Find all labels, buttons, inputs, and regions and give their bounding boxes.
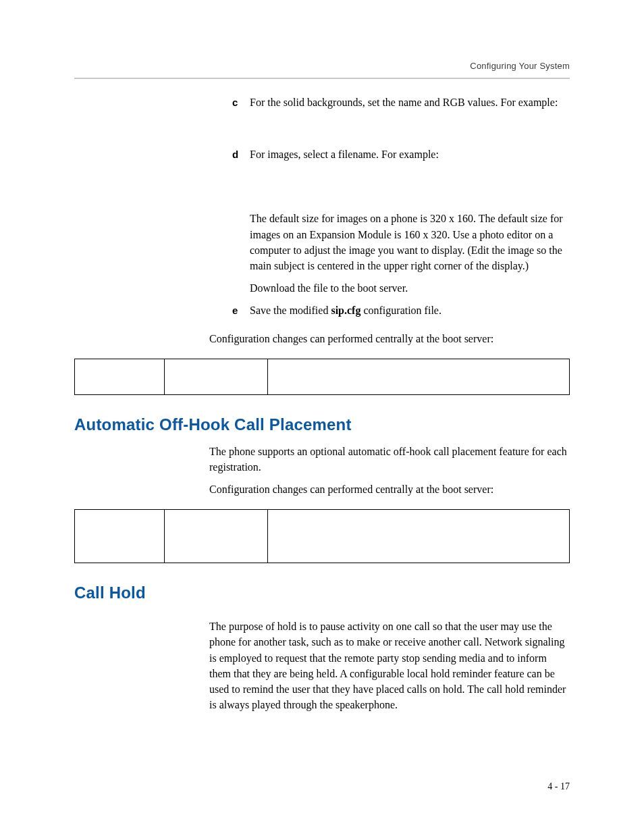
page: Configuring Your System c For the solid … <box>0 0 644 834</box>
content-area: c For the solid backgrounds, set the nam… <box>74 95 570 712</box>
config-table-2 <box>74 509 570 563</box>
section-title-callhold: Call Hold <box>74 583 570 602</box>
section-body-offhook: The phone supports an optional automatic… <box>209 444 570 475</box>
table-cell <box>165 359 268 394</box>
table-cell <box>268 510 570 563</box>
config-note-1: Configuration changes can performed cent… <box>209 331 570 346</box>
table-cell <box>75 359 165 394</box>
step-e-suffix: configuration file. <box>360 305 441 316</box>
step-text-c: For the solid backgrounds, set the name … <box>250 95 570 110</box>
step-d-detail-1: The default size for images on a phone i… <box>250 211 570 273</box>
table-cell <box>268 359 570 394</box>
step-e: e Save the modified sip.cfg configuratio… <box>74 303 570 318</box>
step-text-e: Save the modified sip.cfg configuration … <box>250 303 570 318</box>
table-cell <box>75 510 165 563</box>
section-title-offhook: Automatic Off-Hook Call Placement <box>74 415 570 434</box>
step-letter-d: d <box>232 147 250 162</box>
step-c: c For the solid backgrounds, set the nam… <box>74 95 570 110</box>
section-body-callhold: The purpose of hold is to pause activity… <box>209 619 570 712</box>
table-row <box>75 359 570 394</box>
step-e-bold: sip.cfg <box>331 305 360 316</box>
table-row <box>75 510 570 563</box>
table-cell <box>165 510 268 563</box>
running-header: Configuring Your System <box>470 61 570 71</box>
header-rule <box>74 78 570 79</box>
step-letter-c: c <box>232 95 250 110</box>
step-d-detail-2: Download the file to the boot server. <box>250 280 570 296</box>
step-e-prefix: Save the modified <box>250 305 331 316</box>
page-number: 4 - 17 <box>547 781 570 792</box>
step-letter-e: e <box>232 303 250 318</box>
step-text-d: For images, select a filename. For examp… <box>250 147 570 162</box>
config-note-2: Configuration changes can performed cent… <box>209 481 570 497</box>
config-table-1 <box>74 359 570 395</box>
step-d: d For images, select a filename. For exa… <box>74 147 570 162</box>
